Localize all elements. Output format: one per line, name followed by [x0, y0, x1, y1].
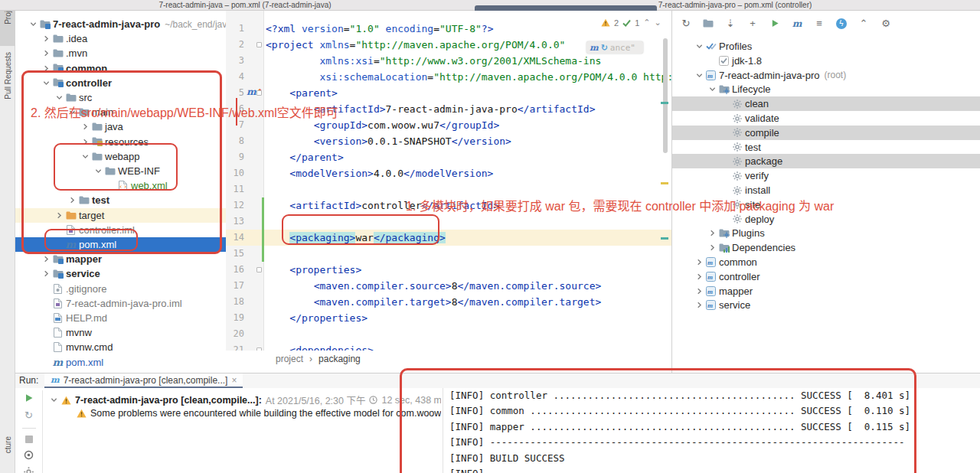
chevron-open-icon[interactable]: [41, 80, 51, 86]
code-line-13[interactable]: 13: [226, 214, 671, 230]
tree-item-target[interactable]: target: [15, 208, 226, 223]
code-line-8[interactable]: 8 <version>0.0.1-SNAPSHOT</version>: [226, 133, 671, 149]
maven-item-7-react-admin-java-pro[interactable]: m7-react-admin-java-pro(root): [672, 68, 980, 83]
chevron-open-icon[interactable]: [694, 72, 704, 79]
maven-item-Profiles[interactable]: Profiles: [672, 39, 980, 54]
maven-item-common[interactable]: mcommon: [672, 255, 980, 269]
settings-gear-icon[interactable]: [24, 467, 34, 473]
maven-item-verify[interactable]: verify: [672, 168, 980, 183]
run-configs-icon[interactable]: [702, 18, 714, 30]
maven-item-package[interactable]: package: [672, 154, 980, 168]
fold-marker-icon[interactable]: [256, 90, 262, 96]
collapse-all-icon[interactable]: ⌃: [858, 18, 870, 30]
tree-item-controller[interactable]: controller: [15, 76, 226, 90]
chevron-open-icon[interactable]: [67, 109, 77, 116]
maven-item-Plugins[interactable]: Plugins: [672, 226, 980, 240]
maven-sync-overlay[interactable]: m↻ance": [586, 41, 643, 54]
chevron-closed-icon[interactable]: [41, 50, 51, 57]
inspection-widget[interactable]: 2 1 ⌃ ⌄: [601, 18, 662, 28]
next-issue-icon[interactable]: ⌄: [654, 18, 661, 28]
maven-item-deploy[interactable]: deploy: [672, 212, 980, 227]
tree-item-.idea[interactable]: .idea: [15, 31, 226, 46]
maven-item-mapper[interactable]: mmapper: [672, 284, 980, 298]
run-node-warning[interactable]: Some problems were encountered while bui…: [77, 408, 441, 419]
code-line-5[interactable]: 5m↑ <parent>: [226, 85, 671, 101]
toggle-view-icon[interactable]: ≡: [813, 18, 825, 30]
tree-item-web.xml[interactable]: web.xml: [15, 178, 226, 193]
tree-item-7-react-admin-java-pro[interactable]: 7-react-admin-java-pro~/back_end/jav: [15, 17, 226, 31]
code-line-19[interactable]: 19 </properties>: [226, 310, 671, 326]
tree-item-src[interactable]: src: [15, 90, 226, 105]
chevron-closed-icon[interactable]: [54, 212, 64, 219]
tree-item-WEB-INF[interactable]: WEB-INF: [15, 164, 226, 178]
tree-item-mapper[interactable]: mapper: [15, 252, 226, 266]
chevron-open-icon[interactable]: [51, 396, 57, 403]
tree-item-common[interactable]: common: [15, 61, 226, 76]
run-tab[interactable]: m 7-react-admin-java-pro [clean,compile.…: [44, 374, 243, 388]
code-line-4[interactable]: 4 xsi:schemaLocation="http://maven.apach…: [226, 69, 671, 85]
chevron-closed-icon[interactable]: [41, 35, 51, 42]
code-line-7[interactable]: 7 <groupId>com.woow.wu7</groupId>: [226, 117, 671, 133]
tool-tab-pull-requests[interactable]: Pull Requests: [0, 52, 15, 126]
code-line-15[interactable]: 15: [226, 246, 671, 262]
rerun-failed-button[interactable]: ↻: [24, 409, 33, 421]
chevron-closed-icon[interactable]: [41, 65, 51, 72]
chevron-open-icon[interactable]: [694, 43, 704, 50]
tree-item-mvnw[interactable]: mvnw: [15, 325, 226, 340]
maven-item-install[interactable]: install: [672, 183, 980, 197]
breadcrumb-packaging[interactable]: packaging: [318, 354, 361, 364]
chevron-closed-icon[interactable]: [41, 270, 51, 277]
sync-icon[interactable]: ↻: [680, 18, 692, 30]
code-line-17[interactable]: 17 <maven.compiler.source>8</maven.compi…: [226, 278, 671, 294]
execute-goal-icon[interactable]: m: [791, 18, 803, 30]
tree-item-.mvn[interactable]: .mvn: [15, 46, 226, 60]
maven-item-controller[interactable]: mcontroller: [672, 269, 980, 284]
tree-item-7-react-admin-java-pro.iml[interactable]: 7-react-admin-java-pro.iml: [15, 296, 226, 311]
chevron-open-icon[interactable]: [707, 86, 717, 93]
maven-item-service[interactable]: mservice: [672, 298, 980, 312]
run-icon[interactable]: [769, 18, 781, 30]
prev-issue-icon[interactable]: ⌃: [643, 18, 650, 28]
code-line-10[interactable]: 10 <modelVersion>4.0.0</modelVersion>: [226, 165, 671, 181]
maven-item-Dependencies[interactable]: Dependencies: [672, 240, 980, 255]
tree-item-mvnw.cmd[interactable]: mvnw.cmd: [15, 340, 226, 354]
close-icon[interactable]: ×: [231, 375, 237, 386]
chevron-closed-icon[interactable]: [694, 302, 704, 308]
chevron-closed-icon[interactable]: [80, 123, 90, 130]
rerun-button[interactable]: [24, 393, 34, 403]
code-line-11[interactable]: 11: [226, 181, 671, 197]
chevron-closed-icon[interactable]: [41, 256, 51, 263]
stop-button[interactable]: [25, 435, 33, 443]
tree-item-webapp[interactable]: webapp: [15, 149, 226, 164]
maven-item-compile[interactable]: compile: [672, 126, 980, 140]
maven-item-test[interactable]: test: [672, 140, 980, 155]
run-console[interactable]: [INFO] controller ......................…: [443, 388, 980, 473]
chevron-open-icon[interactable]: [28, 21, 38, 28]
code-line-18[interactable]: 18 <maven.compiler.target>8</maven.compi…: [226, 294, 671, 310]
maven-item-Lifecycle[interactable]: Lifecycle: [672, 82, 980, 96]
editor-scrollbar[interactable]: [663, 38, 668, 153]
code-line-9[interactable]: 9 </parent>: [226, 149, 671, 165]
tree-item-main[interactable]: main: [15, 105, 226, 119]
fold-marker-icon[interactable]: [256, 42, 262, 47]
run-node-root[interactable]: 7-react-admin-java-pro [clean,compile...…: [51, 393, 441, 407]
code-line-21[interactable]: 21 <dependencies>: [226, 342, 671, 351]
tree-item-resources[interactable]: resources: [15, 135, 226, 149]
chevron-open-icon[interactable]: [54, 94, 64, 101]
tree-item-controller.iml[interactable]: controller.iml: [15, 223, 226, 237]
chevron-closed-icon[interactable]: [707, 244, 717, 251]
add-icon[interactable]: +: [746, 18, 759, 30]
tree-item-HELP.md[interactable]: HELP.md: [15, 311, 226, 325]
chevron-closed-icon[interactable]: [80, 139, 90, 145]
code-line-16[interactable]: 16 <properties>: [226, 262, 671, 278]
chevron-closed-icon[interactable]: [694, 273, 704, 280]
settings-wrench-icon[interactable]: ⚙: [880, 18, 892, 30]
maven-item-clean[interactable]: clean: [672, 96, 980, 111]
fold-marker-icon[interactable]: [256, 267, 262, 272]
maven-item-validate[interactable]: validate: [672, 111, 980, 126]
run-dashboard-button[interactable]: [24, 450, 34, 460]
tree-item-service[interactable]: service: [15, 266, 226, 281]
chevron-open-icon[interactable]: [93, 168, 103, 175]
download-sources-icon[interactable]: ⇣: [724, 18, 737, 30]
chevron-open-icon[interactable]: [80, 153, 90, 160]
